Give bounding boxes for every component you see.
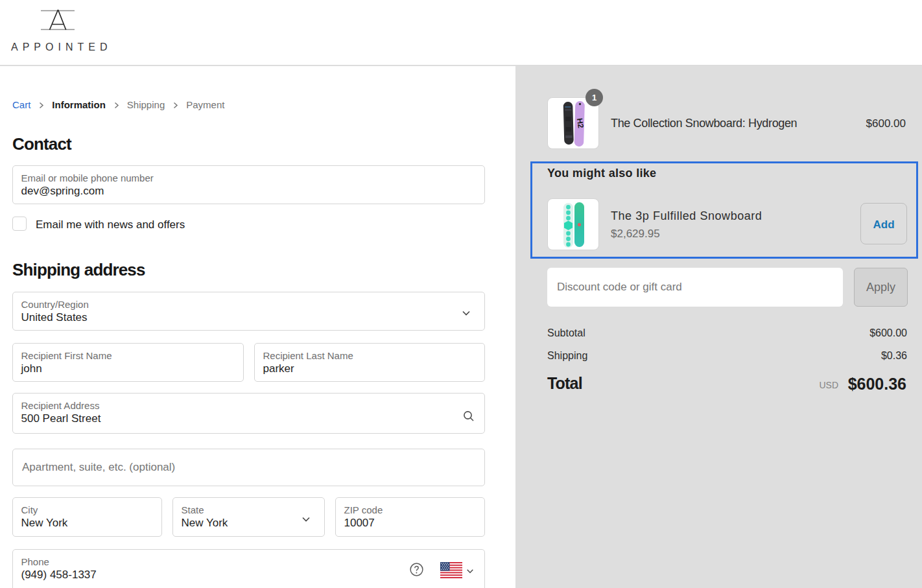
svg-text:H2: H2 [575,117,585,129]
